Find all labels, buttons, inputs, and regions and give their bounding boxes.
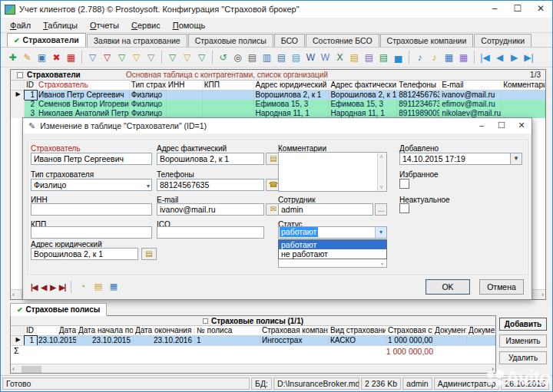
column-header-5[interactable]: Адрес юридический <box>254 81 329 90</box>
status-combobox[interactable]: работают ▾ <box>278 226 387 239</box>
edit-record-icon[interactable]: ✎ <box>20 50 35 64</box>
delete-button[interactable]: Удалить <box>499 351 547 364</box>
ok-button[interactable]: OK <box>426 279 470 295</box>
scroll-left-icon[interactable]: ‹ <box>12 365 15 373</box>
set-filter-icon[interactable]: ▽ <box>85 50 100 64</box>
record-first-button[interactable]: |◀ <box>31 283 38 292</box>
record-prev-button[interactable]: ◀ <box>41 283 47 292</box>
cell[interactable]: efimov@mail.ru <box>440 100 502 109</box>
dialog-minimize-button[interactable]: – <box>472 118 492 133</box>
cell[interactable] <box>467 336 495 345</box>
quick-filter-icon[interactable]: ▽ <box>129 50 144 64</box>
cell[interactable]: Ефимова 15, 3 <box>254 100 329 109</box>
nav-last-icon[interactable]: ▶| <box>522 50 536 64</box>
icq-field[interactable] <box>157 226 264 239</box>
actual-address-field[interactable]: Ворошилова 2, к 1 <box>157 153 264 165</box>
insurer-type-combobox[interactable]: Физлицо ▾ <box>31 179 152 191</box>
cell[interactable] <box>167 100 203 109</box>
column-header-8[interactable]: Документ 1 <box>433 326 467 335</box>
tab-insurance-companies[interactable]: Страховые компании <box>380 34 474 47</box>
column-header-8[interactable]: E-mail <box>440 81 502 90</box>
policies-hscrollbar[interactable]: ‹ › <box>11 364 495 373</box>
menu-item-help[interactable]: Помощь <box>167 18 212 32</box>
column-header-2[interactable]: Тип страхователя <box>130 81 167 90</box>
cell[interactable] <box>502 91 545 100</box>
record-next-button[interactable]: ▶ <box>50 283 55 292</box>
cell[interactable] <box>203 91 254 100</box>
kpp-field[interactable] <box>31 226 152 239</box>
nav-first-icon[interactable]: |◀ <box>478 50 492 64</box>
nav-prev-icon[interactable]: ◀ <box>492 50 507 64</box>
merge-word-icon[interactable]: W <box>318 50 333 64</box>
table-row[interactable]: 2Семенов Виктор ИгоревичФизлицоЕфимова 1… <box>11 100 545 109</box>
cell[interactable]: 1 000 000,00 <box>386 336 433 345</box>
employee-field[interactable]: admin <box>278 203 373 216</box>
export-page-icon[interactable]: ▤ <box>274 50 289 64</box>
column-header-7[interactable]: Страховая сумма <box>386 326 433 335</box>
comments-textarea[interactable]: ∧ ∨ <box>278 152 387 192</box>
cell[interactable] <box>167 91 203 100</box>
cell[interactable]: 23.10.2015 <box>77 336 134 345</box>
print-preview-icon[interactable]: ▥ <box>260 50 274 64</box>
cell[interactable]: 1 <box>195 336 260 345</box>
column-header-3[interactable]: Дата окончания полиса <box>134 326 195 335</box>
phones-field[interactable]: 88124567635 <box>157 179 264 191</box>
column-header-0[interactable]: ID △ <box>25 326 37 335</box>
refresh-icon[interactable]: ↺ <box>216 50 230 64</box>
chart-icon[interactable]: ▅ <box>391 50 406 64</box>
export-xml-icon[interactable]: ▤ <box>347 50 362 64</box>
cell[interactable]: 89112346736 <box>397 100 440 109</box>
cell[interactable]: 88124567635 <box>397 91 440 100</box>
grid-note-icon[interactable]: ▦ <box>456 50 471 64</box>
tab-insurance-requests[interactable]: Заявки на страхование <box>87 34 187 47</box>
inn-field[interactable] <box>31 203 152 216</box>
card-file-icon[interactable]: ▤ <box>91 281 104 293</box>
cell[interactable]: Иванов Петр Сергеевич <box>37 91 130 100</box>
filter-folder-icon[interactable]: ▽ <box>180 50 194 64</box>
cell[interactable]: 2 <box>25 100 37 109</box>
edit-button[interactable]: Изменить <box>499 334 547 348</box>
cell[interactable]: Ворошилова 2, к 1 <box>254 91 329 100</box>
table-row[interactable]: ▶123.10.201523.10.201523.10.20161Ингосст… <box>11 336 495 345</box>
dialog-close-button[interactable]: ✕ <box>512 118 531 133</box>
tab-insurers[interactable]: ✔Страхователи <box>7 33 86 47</box>
export-excel-icon[interactable]: X <box>333 50 347 64</box>
scroll-right-icon[interactable]: › <box>541 291 544 298</box>
cell[interactable]: ivanov@mail.ru <box>440 91 502 100</box>
note-add-icon[interactable]: ♪ <box>412 50 427 64</box>
scroll-down-icon[interactable]: ∨ <box>379 184 383 190</box>
legal-address-field[interactable]: Ворошилова 2, к 1 <box>31 248 138 260</box>
cell[interactable] <box>203 100 254 109</box>
menu-item-tables[interactable]: Таблицы <box>37 18 84 32</box>
tab-policies[interactable]: Страховые полисы <box>188 34 273 47</box>
cell[interactable]: 23.10.2016 <box>134 336 195 345</box>
enable-filter-icon[interactable]: ▽ <box>114 50 129 64</box>
export-word-icon[interactable]: W <box>303 50 318 64</box>
cell[interactable]: Физлицо <box>130 91 167 100</box>
delete-table-icon[interactable]: ▦ <box>64 50 78 64</box>
column-header-0[interactable]: ID △ <box>25 81 37 90</box>
tab-employees[interactable]: Сотрудники <box>474 34 531 47</box>
column-header-9[interactable]: Документ 2 <box>467 326 495 335</box>
scroll-thumb[interactable] <box>22 366 41 373</box>
close-button[interactable]: ✕ <box>529 1 552 18</box>
add-button[interactable]: Добавить <box>499 318 547 331</box>
scroll-right-icon[interactable]: › <box>492 365 494 373</box>
email-field[interactable]: ivanov@mail.ru <box>157 203 264 216</box>
scroll-left-icon[interactable]: ‹ <box>12 291 15 298</box>
nav-next-icon[interactable]: ▶ <box>507 50 522 64</box>
collapse-box-icon[interactable] <box>203 318 208 324</box>
table-row[interactable]: ▶1Иванов Петр СергеевичФизлицоВорошилова… <box>11 91 545 100</box>
cell[interactable]: Ворошилова 2, к 1 <box>329 91 397 100</box>
status-option[interactable]: работают <box>279 240 386 249</box>
row-selector[interactable] <box>11 100 25 109</box>
column-header-6[interactable]: Вид страхования <box>329 326 386 335</box>
column-header-4[interactable]: КПП <box>203 81 254 90</box>
column-header-2[interactable]: Дата начала полиса <box>77 326 134 335</box>
menu-item-file[interactable]: Файл <box>4 18 37 32</box>
report-template-icon[interactable]: ▤ <box>376 50 391 64</box>
column-header-1[interactable]: Страхователь <box>37 81 130 90</box>
column-header-7[interactable]: Телефоны <box>397 81 440 90</box>
grid-view-icon[interactable]: ▦ <box>442 50 456 64</box>
export-page2-icon[interactable]: ▤ <box>289 50 303 64</box>
